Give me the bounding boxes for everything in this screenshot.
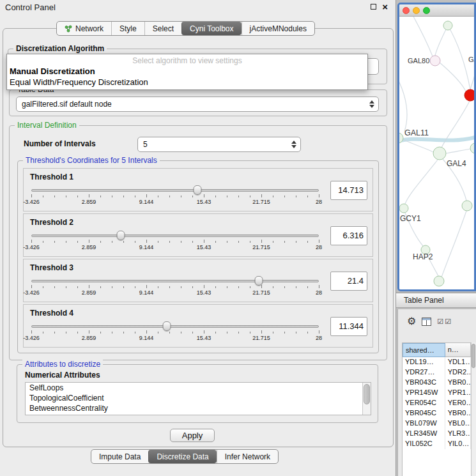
scale-label: -3.426 [23, 199, 40, 205]
table-panel: ⚙ ☑☑ shared…n… YDL19…YDL1…YDR27…YDR2…YBR… [397, 309, 476, 476]
network-node[interactable] [434, 276, 444, 286]
threshold-value-field[interactable]: 14.713 [330, 181, 367, 200]
listbox-scrollbar-thumb[interactable] [364, 384, 370, 404]
network-edge[interactable] [439, 62, 466, 91]
network-node[interactable] [462, 201, 472, 211]
attribute-list-item[interactable]: SelfLoops [26, 383, 371, 393]
network-node[interactable] [430, 56, 440, 66]
tab-impute-data[interactable]: Impute Data [91, 450, 148, 463]
network-window-titlebar [399, 4, 474, 17]
tab-select[interactable]: Select [144, 22, 181, 35]
table-row[interactable]: YIL052CYIL0… [403, 439, 471, 449]
tab-infer-network[interactable]: Infer Network [217, 450, 278, 463]
zoom-window-button[interactable] [423, 7, 430, 14]
table-cell: YER0… [445, 398, 471, 408]
network-node[interactable] [470, 143, 474, 153]
slider-track[interactable] [31, 325, 319, 328]
gear-icon[interactable]: ⚙ [407, 316, 416, 326]
table-row[interactable]: YBL079WYBL0… [403, 418, 471, 429]
close-window-button[interactable] [403, 7, 410, 14]
network-graph: GAL80GAGAL11GAL4GCY1HAP2 [399, 17, 474, 289]
table-scrollbar-thumb[interactable] [472, 344, 475, 368]
network-edge[interactable] [448, 26, 470, 89]
control-panel: Control Panel × NetworkStyleSelectCyni T… [0, 0, 396, 476]
table-row[interactable]: YPR145WYPR1… [403, 388, 471, 398]
threshold-value-field[interactable]: 6.316 [330, 226, 367, 245]
network-edge[interactable] [446, 148, 474, 153]
scale-label: -3.426 [23, 335, 40, 341]
table-cell: YLR3… [445, 429, 471, 439]
scale-label: 15.43 [197, 335, 211, 341]
slider-thumb[interactable] [116, 231, 125, 240]
apply-button[interactable]: Apply [170, 429, 215, 442]
columns-icon[interactable] [422, 318, 431, 326]
table-cell: YER054C [403, 398, 445, 408]
table-data-combobox[interactable]: galFiltered.sif default node [16, 96, 379, 112]
threshold-slider[interactable]: -3.4262.8599.14415.4321.71528 [31, 276, 319, 300]
algorithm-option[interactable]: Manual Discretization [7, 66, 367, 77]
network-node[interactable] [399, 204, 408, 213]
threshold-label: Threshold 3 [30, 263, 73, 272]
table-row[interactable]: YBR045CYBR0… [403, 408, 471, 418]
scale-label: 9.144 [139, 244, 154, 250]
threshold-panel: Threshold 3-3.4262.8599.14415.4321.71528… [23, 259, 373, 302]
network-node[interactable] [433, 147, 446, 160]
scale-label: 2.859 [82, 199, 96, 205]
network-node[interactable] [464, 89, 474, 101]
network-edge[interactable] [470, 73, 474, 89]
network-thick-edge[interactable] [399, 137, 474, 142]
scale-label: 2.859 [82, 244, 96, 250]
column-header[interactable]: shared… [403, 343, 445, 357]
attribute-list-item[interactable]: BetweennessCentrality [26, 403, 371, 413]
tab-jactivemnodules[interactable]: jActiveMNodules [242, 22, 314, 35]
attribute-list-item[interactable]: TopologicalCoefficient [26, 393, 371, 403]
scale-label: 9.144 [139, 199, 154, 205]
table-scrollbar[interactable] [471, 342, 476, 476]
slider-track[interactable] [31, 280, 319, 282]
network-edge[interactable] [441, 211, 466, 277]
number-of-intervals-combobox[interactable]: 5 [137, 137, 301, 152]
table-row[interactable]: YBR043CYBR0… [403, 378, 471, 388]
thresholds-group: Threshold's Coordinates for 5 Intervals … [17, 160, 379, 353]
network-node[interactable] [443, 21, 452, 30]
network-edge[interactable] [405, 160, 438, 204]
network-edge[interactable] [399, 77, 407, 132]
slider-thumb[interactable] [162, 321, 171, 331]
network-edge[interactable] [412, 17, 433, 56]
tab-label: Discretize Data [157, 452, 208, 461]
close-panel-button[interactable]: × [382, 3, 388, 10]
listbox-scrollbar[interactable] [362, 383, 371, 415]
table-row[interactable]: YLR345WYLR3… [403, 429, 471, 439]
table-data-group: Table Data galFiltered.sif default node [9, 89, 387, 116]
slider-thumb[interactable] [193, 185, 201, 195]
algorithm-option[interactable]: Equal Width/Frequency Discretization [7, 77, 367, 88]
table-row[interactable]: YER054CYER0… [403, 398, 471, 408]
network-edge[interactable] [435, 26, 448, 56]
minimize-window-button[interactable] [413, 7, 420, 14]
tab-discretize-data[interactable]: Discretize Data [148, 450, 216, 463]
threshold-value-field[interactable]: 21.4 [330, 272, 367, 291]
threshold-slider[interactable]: -3.4262.8599.14415.4321.71528 [31, 231, 319, 255]
number-of-intervals-value: 5 [143, 140, 148, 149]
slider-track[interactable] [31, 189, 319, 192]
slider-ticks [31, 285, 319, 289]
tab-cyni-toolbox[interactable]: Cyni Toolbox [181, 22, 241, 35]
scale-label: 21.715 [252, 335, 270, 341]
column-header[interactable]: n… [445, 343, 471, 357]
float-window-button[interactable] [371, 4, 376, 10]
checkbox-columns-icons[interactable]: ☑☑ [437, 318, 452, 326]
table-cell: YBR0… [445, 378, 471, 388]
tab-style[interactable]: Style [111, 22, 144, 35]
network-canvas[interactable]: GAL80GAGAL11GAL4GCY1HAP2 [399, 17, 474, 289]
threshold-slider[interactable]: -3.4262.8599.14415.4321.71528 [31, 185, 319, 210]
tab-network[interactable]: Network [57, 22, 111, 35]
slider-track[interactable] [31, 234, 319, 237]
slider-thumb[interactable] [254, 276, 263, 286]
table-row[interactable]: YDR27…YDR2… [403, 367, 471, 378]
threshold-value-field[interactable]: 11.344 [330, 317, 367, 336]
table-row[interactable]: YDL19…YDL1… [403, 357, 471, 367]
threshold-slider[interactable]: -3.4262.8599.14415.4321.71528 [31, 321, 319, 346]
table-cell: YPR1… [445, 388, 471, 398]
network-node-label: GAL11 [404, 128, 429, 137]
scale-label: 9.144 [139, 289, 154, 296]
